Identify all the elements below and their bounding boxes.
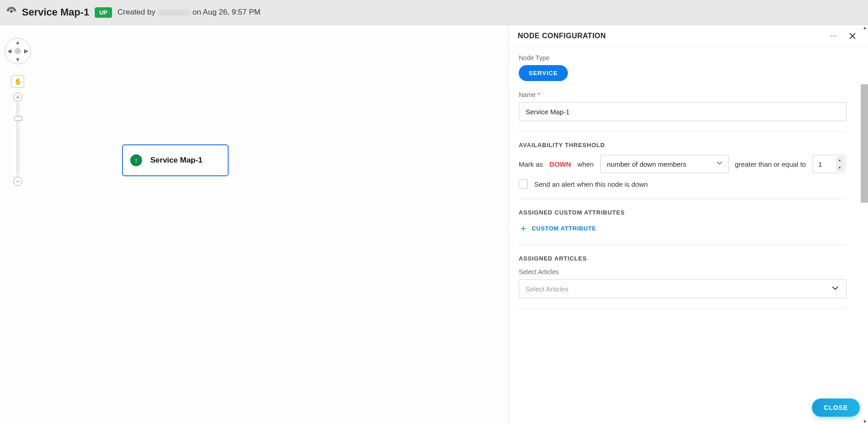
zoom-out-button[interactable]: − [13, 177, 22, 186]
zoom-rail[interactable] [16, 103, 19, 175]
step-down-icon[interactable]: ▼ [836, 164, 844, 172]
panel-body: Node Type SERVICE Name * AVAILABILITY TH… [509, 47, 868, 424]
radar-icon [6, 6, 16, 18]
gte-text: greater than or equal to [735, 160, 806, 168]
add-custom-attribute-button[interactable]: ＋ CUSTOM ATTRIBUTE [519, 222, 596, 235]
add-custom-attribute-label: CUSTOM ATTRIBUTE [532, 225, 597, 232]
pan-control[interactable]: ▲ ◀▶ ▼ [5, 38, 31, 64]
divider [519, 308, 847, 309]
divider [519, 199, 847, 199]
divider [519, 245, 847, 245]
alert-checkbox-label: Send an alert when this node is down [534, 180, 648, 188]
availability-section-title: AVAILABILITY THRESHOLD [519, 142, 858, 148]
pan-left-icon[interactable]: ◀ [7, 48, 11, 54]
close-icon [849, 32, 856, 40]
threshold-select-value: number of down members [607, 160, 686, 168]
redacted-author [158, 10, 190, 16]
close-button[interactable]: CLOSE [812, 398, 860, 417]
created-prefix: Created by [117, 8, 155, 16]
node-type-service-pill[interactable]: SERVICE [519, 65, 568, 81]
service-node[interactable]: ↑ Service Map-1 [122, 144, 229, 176]
plus-icon: ＋ [519, 222, 528, 235]
node-type-label: Node Type [519, 54, 858, 61]
chevron-down-icon [832, 285, 839, 293]
divider [519, 131, 847, 132]
zoom-handle[interactable] [14, 116, 22, 121]
chevron-down-icon [716, 160, 723, 168]
scrollbar-thumb[interactable] [861, 84, 868, 203]
status-badge: UP [95, 7, 112, 18]
created-suffix: on Aug 26, 9:57 PM [193, 8, 260, 16]
down-keyword: DOWN [549, 160, 571, 168]
threshold-number-input[interactable]: 1 ▲ ▼ [812, 155, 845, 173]
alert-checkbox[interactable] [519, 179, 528, 189]
custom-attributes-section-title: ASSIGNED CUSTOM ATTRIBUTES [519, 209, 858, 216]
alert-checkbox-row: Send an alert when this node is down [519, 179, 858, 189]
articles-field-label: Select Articles [519, 268, 858, 276]
name-input[interactable] [519, 102, 847, 121]
pan-down-icon[interactable]: ▼ [15, 56, 20, 63]
scroll-down-icon[interactable]: ▼ [863, 419, 867, 424]
step-up-icon[interactable]: ▲ [836, 156, 844, 164]
required-asterisk: * [537, 91, 540, 98]
more-options-button[interactable]: ⋯ [827, 30, 840, 42]
panel-header: NODE CONFIGURATION ⋯ [509, 25, 868, 47]
created-by-text: Created by on Aug 26, 9:57 PM [117, 8, 260, 17]
pan-up-icon[interactable]: ▲ [15, 39, 20, 46]
name-field-label: Name * [519, 91, 858, 98]
svg-point-0 [10, 10, 12, 12]
pan-right-icon[interactable]: ▶ [24, 48, 28, 54]
mark-as-text: Mark as [519, 160, 543, 168]
hand-icon: ✋ [14, 78, 22, 85]
articles-select-placeholder: Select Articles [526, 285, 568, 293]
node-config-panel: NODE CONFIGURATION ⋯ Node Type SERVICE N… [508, 25, 868, 424]
threshold-condition-select[interactable]: number of down members [600, 155, 729, 173]
threshold-row: Mark as DOWN when number of down members… [519, 155, 858, 173]
page-title: Service Map-1 [22, 6, 89, 18]
articles-section-title: ASSIGNED ARTICLES [519, 255, 858, 262]
ellipsis-icon: ⋯ [830, 31, 837, 40]
articles-select[interactable]: Select Articles [519, 279, 847, 298]
scroll-up-icon[interactable]: ▲ [863, 25, 867, 30]
page-header: Service Map-1 UP Created by on Aug 26, 9… [0, 0, 868, 25]
arrow-up-icon: ↑ [135, 157, 138, 164]
zoom-in-button[interactable]: + [13, 92, 22, 102]
node-status-icon: ↑ [130, 154, 142, 166]
name-label-text: Name [519, 91, 536, 98]
panel-title: NODE CONFIGURATION [518, 32, 821, 40]
close-panel-button[interactable] [846, 30, 859, 42]
zoom-slider[interactable]: + − [13, 92, 23, 186]
node-label: Service Map-1 [150, 156, 202, 165]
pan-center-icon[interactable] [15, 48, 21, 54]
threshold-number-value: 1 [818, 160, 822, 168]
hand-tool-button[interactable]: ✋ [11, 75, 24, 88]
when-text: when [577, 160, 594, 168]
number-stepper[interactable]: ▲ ▼ [836, 156, 844, 172]
